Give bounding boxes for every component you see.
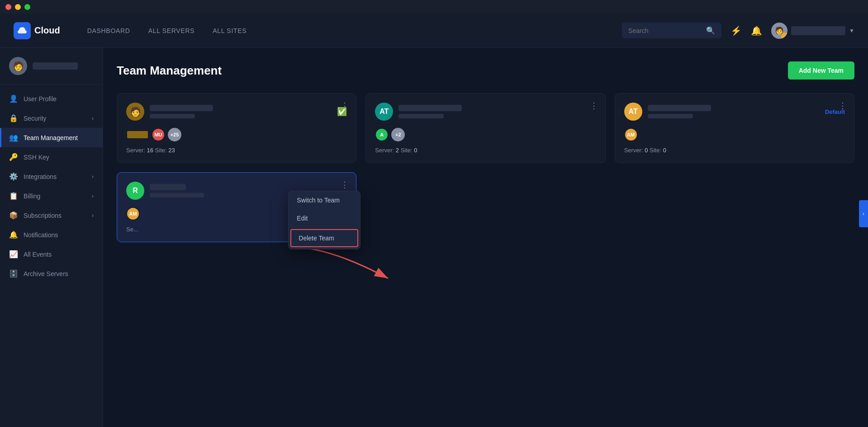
sidebar-item-label: Billing <box>24 192 40 200</box>
topnav: Cloud DASHBOARD ALL SERVERS ALL SITES 🔍 … <box>0 14 868 48</box>
add-new-team-button[interactable]: Add New Team <box>788 61 854 80</box>
events-icon: 📈 <box>9 250 18 258</box>
team-menu-button-2[interactable]: ⋮ <box>590 101 598 111</box>
team-avatar-4: R <box>126 182 144 200</box>
sidebar-item-team-management[interactable]: 👥 Team Management <box>0 128 103 147</box>
arrow-indicator <box>284 242 411 298</box>
card-info-1 <box>150 105 332 118</box>
nav-all-servers[interactable]: ALL SERVERS <box>148 27 195 34</box>
member-avatar-am-3: AM <box>624 128 638 141</box>
nav-right: 🔍 ⚡ 🔔 🧑 ▼ <box>622 23 854 39</box>
team-sub-bar-1 <box>150 114 195 118</box>
avatar: 🧑 <box>771 23 787 39</box>
sidebar-user: 🧑 <box>0 57 103 84</box>
main-layout: 🧑 👤 User Profile 🔒 Security › 👥 Team Man… <box>0 48 868 427</box>
context-menu-switch-to-team[interactable]: Switch to Team <box>289 191 360 209</box>
minimize-button[interactable] <box>15 4 21 10</box>
sidebar-item-label: Security <box>24 115 47 122</box>
team-name-bar-1 <box>150 105 213 111</box>
sidebar-item-label: Notifications <box>24 231 58 239</box>
logo-icon <box>14 22 31 39</box>
user-icon: 👤 <box>9 94 18 103</box>
key-icon: 🔑 <box>9 153 18 161</box>
page-title: Team Management <box>117 64 222 78</box>
sidebar-item-label: Integrations <box>24 173 57 180</box>
team-menu-button-1[interactable]: ⋮ <box>341 101 349 111</box>
page-header: Team Management Add New Team <box>117 61 854 80</box>
close-button[interactable] <box>5 4 11 10</box>
member-bar-1 <box>126 130 149 139</box>
team-card-3: ⋮ AT Default AM Server: 0 Site: 0 <box>615 93 854 163</box>
right-panel-toggle[interactable]: ‹ <box>859 200 868 227</box>
card-info-3 <box>648 105 820 118</box>
sidebar-item-security[interactable]: 🔒 Security › <box>0 108 103 128</box>
team-avatar-2: AT <box>375 103 393 121</box>
chevron-right-icon: › <box>92 115 94 122</box>
chevron-right-icon: › <box>92 212 94 219</box>
context-menu-delete-team[interactable]: Delete Team <box>290 229 358 247</box>
card-header-3: AT Default <box>624 103 845 121</box>
notifications-icon: 🔔 <box>9 230 18 239</box>
team-name-bar-4 <box>150 184 186 190</box>
team-name-bar-2 <box>398 105 462 111</box>
card-header-2: AT <box>375 103 596 121</box>
team-card-1: ⋮ 🧑 ✅ MU +25 Server: 16 Site: 23 <box>117 93 356 163</box>
sidebar-item-label: All Events <box>24 251 52 258</box>
notification-bell-icon[interactable]: 🔔 <box>751 25 762 36</box>
context-menu-edit[interactable]: Edit <box>289 209 360 227</box>
team-menu-button-4[interactable]: ⋮ <box>341 180 349 190</box>
subscriptions-icon: 📦 <box>9 211 18 220</box>
card-stats-2: Server: 2 Site: 0 <box>375 147 596 154</box>
sidebar-item-subscriptions[interactable]: 📦 Subscriptions › <box>0 206 103 225</box>
member-avatar-mu: MU <box>152 128 165 141</box>
chevron-down-icon: ▼ <box>849 28 854 34</box>
activity-icon[interactable]: ⚡ <box>730 25 742 36</box>
team-name-bar-3 <box>648 105 711 111</box>
sidebar-item-label: Archive Servers <box>24 270 68 277</box>
sidebar: 🧑 👤 User Profile 🔒 Security › 👥 Team Man… <box>0 48 103 427</box>
team-menu-button-3[interactable]: ⋮ <box>839 101 847 111</box>
teams-grid: ⋮ 🧑 ✅ MU +25 Server: 16 Site: 23 <box>117 93 854 242</box>
member-count-1: +25 <box>168 128 181 141</box>
card-members-3: AM <box>624 128 845 141</box>
logo[interactable]: Cloud <box>14 22 60 39</box>
chevron-right-icon: › <box>92 193 94 199</box>
team-sub-bar-3 <box>648 114 693 118</box>
nav-dashboard[interactable]: DASHBOARD <box>87 27 130 34</box>
archive-icon: 🗄️ <box>9 269 18 278</box>
sidebar-item-label: Team Management <box>24 134 78 141</box>
sidebar-avatar: 🧑 <box>9 57 27 75</box>
team-avatar-3: AT <box>624 103 642 121</box>
team-sub-bar-2 <box>398 114 444 118</box>
sidebar-item-billing[interactable]: 📋 Billing › <box>0 186 103 206</box>
card-info-2 <box>398 105 596 118</box>
user-label-bar <box>791 26 845 35</box>
context-menu: Switch to Team Edit Delete Team <box>288 191 360 249</box>
card-members-1: MU +25 <box>126 128 347 141</box>
team-icon: 👥 <box>9 133 18 142</box>
nav-links: DASHBOARD ALL SERVERS ALL SITES <box>87 27 622 34</box>
sidebar-item-label: User Profile <box>24 95 57 103</box>
sidebar-item-label: Subscriptions <box>24 212 62 219</box>
team-card-2: ⋮ AT A +2 Server: 2 Site: 0 <box>365 93 605 163</box>
integrations-icon: ⚙️ <box>9 172 18 181</box>
sidebar-item-notifications[interactable]: 🔔 Notifications <box>0 225 103 244</box>
sidebar-item-archive-servers[interactable]: 🗄️ Archive Servers <box>0 264 103 283</box>
maximize-button[interactable] <box>24 4 30 10</box>
member-avatar-a: A <box>375 128 389 141</box>
sidebar-item-integrations[interactable]: ⚙️ Integrations › <box>0 167 103 186</box>
card-members-2: A +2 <box>375 128 596 141</box>
sidebar-item-user-profile[interactable]: 👤 User Profile <box>0 89 103 108</box>
nav-all-sites[interactable]: ALL SITES <box>213 27 247 34</box>
card-stats-1: Server: 16 Site: 23 <box>126 147 347 154</box>
sidebar-item-all-events[interactable]: 📈 All Events <box>0 244 103 264</box>
titlebar <box>0 0 868 14</box>
chevron-right-icon: › <box>92 174 94 180</box>
sidebar-item-ssh-key[interactable]: 🔑 SSH Key <box>0 147 103 167</box>
search-box[interactable]: 🔍 <box>622 23 721 38</box>
user-avatar-wrap[interactable]: 🧑 ▼ <box>771 23 854 39</box>
card-stats-3: Server: 0 Site: 0 <box>624 147 845 154</box>
search-input[interactable] <box>628 27 702 34</box>
billing-icon: 📋 <box>9 192 18 200</box>
content-area: Team Management Add New Team ⋮ 🧑 ✅ MU <box>103 48 868 427</box>
